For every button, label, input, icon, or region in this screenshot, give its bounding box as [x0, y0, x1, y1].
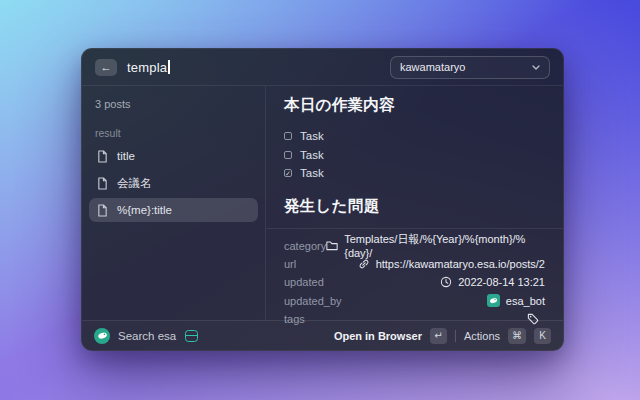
meta-row-updated-by: updated_by esa_bot: [284, 291, 545, 309]
list-item[interactable]: %{me}:title: [89, 198, 258, 222]
footer-actions: Open in Browser ↵ Actions ⌘ K: [334, 328, 551, 344]
window-body: 3 posts result title 会議名: [82, 86, 563, 320]
meta-value-text: Templates/日報/%{Year}/%{month}/%{day}/: [344, 232, 545, 259]
meta-value: esa_bot: [487, 294, 545, 307]
actions-button[interactable]: Actions: [464, 330, 500, 342]
chevron-down-icon: [532, 65, 540, 70]
search-value: templa: [127, 60, 167, 75]
checkbox-icon: [284, 132, 292, 140]
meta-label: updated: [284, 276, 324, 288]
search-header: ← templa kawamataryo: [82, 49, 563, 86]
list-item[interactable]: 会議名: [89, 171, 258, 195]
team-selector-value: kawamataryo: [400, 61, 465, 73]
esa-logo-icon: [94, 328, 110, 344]
cmd-key-badge: ⌘: [508, 328, 526, 344]
preview-heading-problems: 発生した問題: [284, 196, 545, 217]
checkbox-icon: [284, 151, 292, 159]
meta-label: category: [284, 240, 326, 252]
search-input[interactable]: templa: [127, 60, 170, 75]
list-item-label: title: [117, 150, 135, 162]
detail-panel: 本日の作業内容 Task Task ✓ Task 発生した問題: [266, 86, 563, 320]
document-icon: [97, 204, 108, 217]
section-label: result: [89, 127, 258, 139]
desktop-background: ← templa kawamataryo 3 posts result: [0, 0, 640, 400]
back-arrow-icon: ←: [101, 61, 112, 73]
raycast-window: ← templa kawamataryo 3 posts result: [81, 48, 564, 351]
open-in-browser-button[interactable]: Open in Browser: [334, 330, 422, 342]
document-icon: [97, 150, 108, 163]
task-label: Task: [300, 167, 324, 179]
meta-value: Templates/日報/%{Year}/%{month}/%{day}/: [326, 232, 545, 259]
meta-row-category: category Templates/日報/%{Year}/%{month}/%…: [284, 237, 545, 255]
meta-value-text: 2022-08-14 13:21: [458, 276, 545, 288]
meta-row-updated: updated 2022-08-14 13:21: [284, 273, 545, 291]
task-item: ✓ Task: [284, 164, 545, 183]
metadata-panel: category Templates/日報/%{Year}/%{month}/%…: [266, 228, 563, 334]
markdown-preview: 本日の作業内容 Task Task ✓ Task 発生した問題: [266, 86, 563, 228]
footer-divider: [455, 330, 456, 342]
meta-value: 2022-08-14 13:21: [440, 276, 545, 288]
folder-icon: [326, 240, 338, 251]
action-bar: Search esa Open in Browser ↵ Actions ⌘ K: [82, 320, 563, 350]
k-key-badge: K: [534, 328, 551, 344]
task-item: Task: [284, 127, 545, 146]
text-caret: [168, 60, 170, 74]
list-item-label: %{me}:title: [117, 204, 172, 216]
list-item[interactable]: title: [89, 144, 258, 168]
meta-value-text: esa_bot: [506, 295, 545, 307]
task-item: Task: [284, 146, 545, 165]
enter-key-badge: ↵: [430, 328, 447, 344]
team-selector-dropdown[interactable]: kawamataryo: [390, 56, 550, 79]
posts-count: 3 posts: [89, 91, 258, 110]
meta-label: updated_by: [284, 295, 342, 307]
esa-avatar-icon: [487, 294, 500, 307]
meta-value[interactable]: https://kawamataryo.esa.io/posts/2: [358, 258, 545, 270]
back-button[interactable]: ←: [95, 59, 117, 76]
checkbox-checked-icon: ✓: [284, 169, 292, 177]
task-label: Task: [300, 130, 324, 142]
task-label: Task: [300, 149, 324, 161]
meta-row-url: url https://kawamataryo.esa.io/posts/2: [284, 255, 545, 273]
meta-label: url: [284, 258, 296, 270]
extension-name: Search esa: [118, 330, 176, 342]
meta-value-text: https://kawamataryo.esa.io/posts/2: [376, 258, 545, 270]
preview-heading-work: 本日の作業内容: [284, 95, 545, 116]
link-icon: [358, 258, 370, 270]
loading-indicator-icon: [185, 330, 198, 342]
clock-icon: [440, 276, 452, 288]
list-item-label: 会議名: [117, 176, 152, 191]
results-sidebar: 3 posts result title 会議名: [82, 86, 266, 320]
document-icon: [97, 177, 108, 190]
